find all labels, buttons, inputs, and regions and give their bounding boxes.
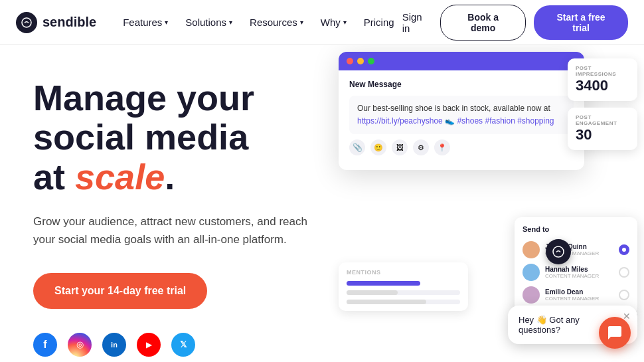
post-link[interactable]: https://bit.ly/peachyshoe: [357, 116, 443, 126]
nav-why[interactable]: Why ▾: [313, 11, 355, 33]
nav-links: Features ▾ Solutions ▾ Resources ▾ Why ▾…: [115, 11, 402, 33]
youtube-icon: ▶: [137, 333, 161, 357]
post-tags: 👟 #shoes #fashion #shopping: [445, 116, 554, 126]
logo-link[interactable]: sendible: [16, 12, 96, 33]
stats-panel: POST IMPRESSIONS 3400 POST ENGAGEMENT 30: [568, 58, 637, 150]
chevron-down-icon: ▾: [300, 19, 303, 26]
radio-3[interactable]: [619, 290, 629, 300]
hero-section: Manage your social media at scale. Grow …: [0, 45, 644, 362]
nav-solutions[interactable]: Solutions ▾: [177, 11, 240, 33]
send-to-item-2: Hannah Miles CONTENT MANAGER: [523, 261, 629, 284]
hero-mockup: New Message Our best-selling shoe is bac…: [332, 52, 644, 351]
user-2-role: CONTENT MANAGER: [545, 273, 613, 279]
post-content-area: Our best-selling shoe is back in stock, …: [349, 96, 574, 134]
engagement-value: 30: [576, 126, 629, 143]
instagram-icon: ◎: [68, 333, 92, 357]
user-2-name: Hannah Miles: [545, 266, 613, 273]
svg-point-1: [553, 246, 564, 257]
impressions-label: POST IMPRESSIONS: [576, 65, 629, 77]
window-dot-red: [347, 58, 353, 64]
user-2-info: Hannah Miles CONTENT MANAGER: [545, 266, 613, 279]
social-icons-row: f ◎ in ▶ 𝕏: [33, 333, 365, 357]
card-topbar: [339, 52, 584, 70]
start-trial-nav-button[interactable]: Start a free trial: [534, 5, 628, 40]
chat-bubble-button[interactable]: [599, 317, 631, 349]
send-to-title: Send to: [523, 225, 629, 233]
attachment-icon[interactable]: 📎: [349, 139, 365, 155]
post-engagement-card: POST ENGAGEMENT 30: [568, 108, 637, 150]
user-3-name: Emilio Dean: [545, 288, 613, 296]
location-icon[interactable]: 📍: [434, 139, 450, 155]
send-to-item-3: Emilio Dean CONTENT MANAGER: [523, 284, 629, 306]
post-impressions-card: POST IMPRESSIONS 3400: [568, 58, 637, 101]
nav-actions: Sign in Book a demo Start a free trial: [402, 5, 628, 41]
logo-text: sendible: [42, 15, 96, 30]
window-dot-yellow: [357, 58, 364, 64]
chevron-down-icon: ▾: [165, 19, 168, 26]
avatar-1: [523, 241, 540, 258]
linkedin-icon: in: [102, 333, 126, 357]
mention-bar-2: [347, 290, 460, 295]
book-demo-button[interactable]: Book a demo: [440, 5, 526, 41]
signin-link[interactable]: Sign in: [402, 11, 432, 34]
mention-bar-3: [347, 300, 460, 304]
engagement-label: POST ENGAGEMENT: [576, 114, 629, 126]
card-toolbar: 📎 🙂 🖼 ⚙ 📍: [349, 134, 574, 161]
sendible-bot-icon: [546, 239, 571, 264]
send-to-item-1: James Quinn CONTENT MANAGER: [523, 238, 629, 261]
hero-left: Manage your social media at scale. Grow …: [33, 72, 365, 362]
chat-bubble-icon: [607, 325, 623, 341]
chevron-down-icon: ▾: [229, 19, 232, 26]
navbar: sendible Features ▾ Solutions ▾ Resource…: [0, 0, 644, 45]
card-body: New Message Our best-selling shoe is bac…: [339, 70, 584, 170]
twitter-icon: 𝕏: [171, 333, 195, 357]
radio-1[interactable]: [619, 244, 629, 255]
nav-resources[interactable]: Resources ▾: [242, 11, 311, 33]
nav-features[interactable]: Features ▾: [115, 11, 176, 33]
mention-bar-1: [347, 281, 420, 286]
mentions-label: MENTIONS: [347, 269, 460, 276]
image-icon[interactable]: 🖼: [392, 139, 408, 155]
settings-icon[interactable]: ⚙: [413, 139, 429, 155]
user-3-role: CONTENT MANAGER: [545, 296, 613, 302]
window-dot-green: [368, 58, 374, 64]
chevron-down-icon: ▾: [343, 19, 347, 26]
svg-point-0: [22, 18, 31, 27]
hero-scale-word: scale: [75, 157, 165, 197]
hero-subtext: Grow your audience, attract new customer…: [33, 213, 319, 248]
mentions-card: MENTIONS: [339, 262, 468, 311]
avatar-3: [523, 286, 540, 304]
impressions-value: 3400: [576, 77, 629, 94]
emoji-icon[interactable]: 🙂: [370, 139, 386, 155]
send-to-card: Send to James Quinn CONTENT MANAGER Hann…: [515, 217, 637, 314]
new-message-label: New Message: [349, 80, 574, 89]
user-3-info: Emilio Dean CONTENT MANAGER: [545, 288, 613, 302]
compose-card: New Message Our best-selling shoe is bac…: [339, 52, 584, 170]
avatar-2: [523, 264, 540, 281]
facebook-icon: f: [33, 333, 57, 357]
hero-trial-button[interactable]: Start your 14-day free trial: [33, 273, 207, 309]
hero-heading: Manage your social media at scale.: [33, 78, 365, 197]
nav-pricing[interactable]: Pricing: [356, 11, 402, 33]
radio-2[interactable]: [619, 267, 629, 278]
logo-icon: [16, 12, 37, 33]
